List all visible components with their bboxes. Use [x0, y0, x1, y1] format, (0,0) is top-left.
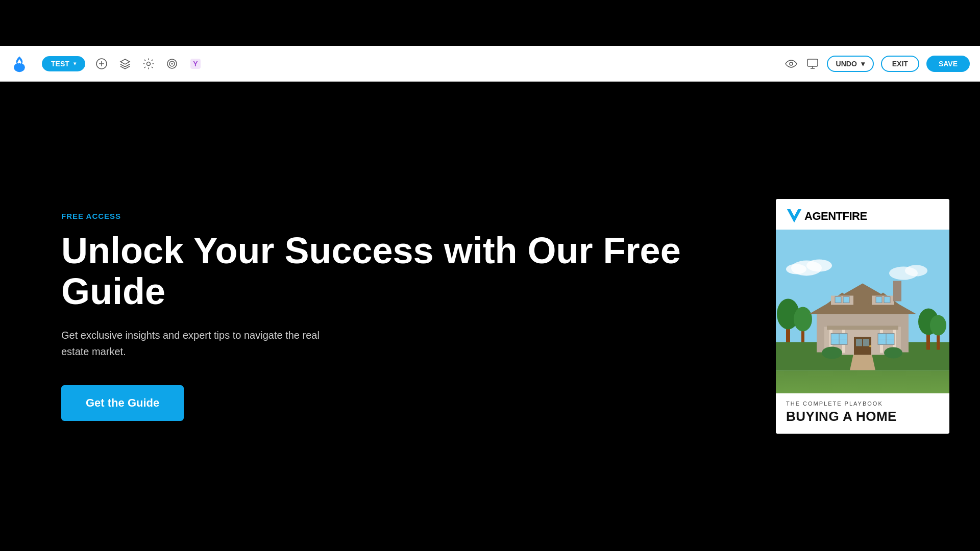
- svg-rect-33: [835, 297, 841, 303]
- svg-rect-38: [884, 297, 890, 303]
- svg-rect-37: [876, 297, 882, 303]
- main-heading: Unlock Your Success with Our Free Guide: [61, 231, 725, 311]
- svg-rect-32: [831, 296, 853, 305]
- svg-point-48: [869, 345, 871, 347]
- test-button-label: TEST: [51, 60, 69, 68]
- svg-text:Y: Y: [193, 60, 198, 68]
- book-title: BUYING A HOME: [786, 409, 939, 424]
- svg-point-0: [14, 63, 25, 72]
- svg-point-21: [905, 265, 927, 277]
- gear-icon[interactable]: [141, 57, 156, 71]
- monitor-icon[interactable]: [805, 57, 820, 71]
- svg-rect-44: [827, 326, 898, 330]
- svg-rect-11: [807, 59, 818, 66]
- agentfire-brand: AGENTFIRE: [786, 208, 867, 224]
- save-button[interactable]: SAVE: [926, 56, 970, 72]
- playbook-label: THE COMPLETE PLAYBOOK: [786, 400, 939, 407]
- svg-point-7: [171, 63, 173, 64]
- main-content: FREE ACCESS Unlock Your Success with Our…: [0, 82, 980, 551]
- exit-button[interactable]: EXIT: [881, 56, 919, 72]
- agentfire-logo-icon: [10, 55, 29, 73]
- svg-rect-46: [856, 339, 862, 346]
- top-black-bar: [0, 0, 980, 46]
- svg-rect-39: [893, 281, 901, 302]
- yoast-icon[interactable]: Y: [188, 57, 203, 71]
- house-scene-svg: [776, 230, 949, 393]
- svg-rect-36: [872, 296, 894, 305]
- svg-point-4: [146, 62, 150, 65]
- sub-text: Get exclusive insights and expert tips t…: [61, 327, 327, 360]
- svg-point-59: [822, 347, 842, 359]
- test-button[interactable]: TEST ▾: [42, 56, 85, 71]
- svg-point-58: [930, 315, 946, 336]
- book-header: AGENTFIRE: [776, 199, 949, 230]
- svg-point-25: [794, 307, 812, 332]
- layers-icon[interactable]: [118, 57, 132, 71]
- left-section: FREE ACCESS Unlock Your Success with Our…: [0, 82, 766, 551]
- svg-rect-47: [863, 339, 869, 346]
- undo-label: UNDO: [836, 60, 857, 68]
- get-guide-button[interactable]: Get the Guide: [61, 385, 184, 421]
- book-footer: THE COMPLETE PLAYBOOK BUYING A HOME: [776, 393, 949, 434]
- toolbar-left: TEST ▾: [10, 55, 784, 73]
- undo-chevron-icon: ▾: [861, 60, 865, 68]
- toolbar: TEST ▾: [0, 46, 980, 82]
- undo-button[interactable]: UNDO ▾: [827, 56, 874, 72]
- svg-rect-34: [843, 297, 849, 303]
- svg-point-60: [884, 347, 902, 359]
- add-icon[interactable]: [94, 57, 109, 71]
- svg-point-18: [806, 260, 832, 272]
- book-house-image: [776, 230, 949, 393]
- agentfire-name: AGENTFIRE: [804, 210, 867, 222]
- chevron-down-icon: ▾: [74, 61, 76, 66]
- exit-label: EXIT: [892, 60, 908, 68]
- save-label: SAVE: [939, 60, 958, 68]
- free-access-label: FREE ACCESS: [61, 212, 725, 220]
- agentfire-chevron-icon: [786, 208, 802, 224]
- svg-point-19: [786, 264, 806, 274]
- eye-icon[interactable]: [784, 57, 798, 71]
- right-section: AGENTFIRE: [766, 82, 980, 551]
- toolbar-right: UNDO ▾ EXIT SAVE: [784, 56, 970, 72]
- svg-point-10: [790, 62, 793, 65]
- agentfire-text: AGENTFIRE: [804, 210, 867, 223]
- target-icon[interactable]: [165, 57, 179, 71]
- book-cover: AGENTFIRE: [776, 199, 949, 434]
